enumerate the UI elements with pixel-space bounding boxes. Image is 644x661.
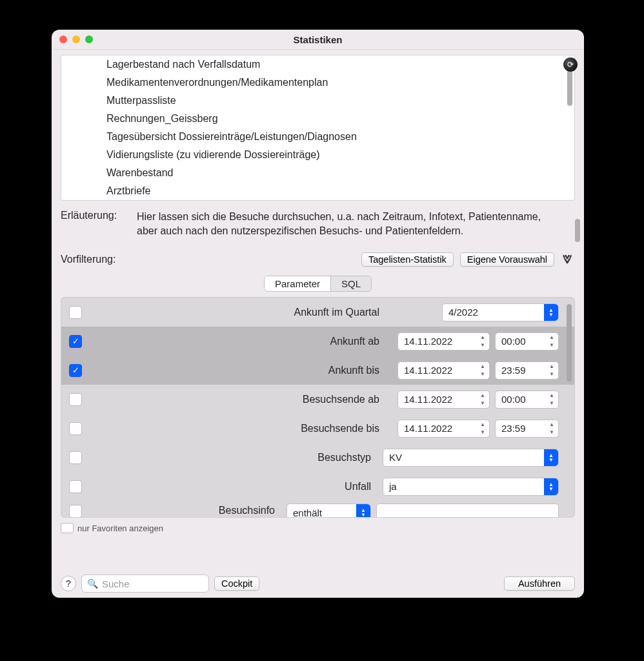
param-row: ✓ Ankunft ab 14.11.2022 ▲▼ 00:00 ▲▼ bbox=[61, 327, 574, 356]
accident-combo[interactable]: ja ▲▼ bbox=[383, 478, 559, 496]
parameter-panel: Ankunft im Quartal 4/2022 ▲▼ ✓ Ankunft a… bbox=[61, 297, 575, 518]
window-title: Statistiken bbox=[52, 34, 584, 45]
visit-type-combo[interactable]: KV ▲▼ bbox=[383, 449, 559, 467]
favorites-only-label: nur Favoriten anzeigen bbox=[77, 524, 163, 533]
list-item[interactable]: Tagesübersicht Dossiereinträge/Leistunge… bbox=[61, 128, 574, 146]
report-list-wrap: Lagerbestand nach Verfallsdatum Medikame… bbox=[61, 55, 575, 201]
visit-info-text[interactable] bbox=[376, 503, 559, 518]
param-checkbox[interactable]: ✓ bbox=[69, 364, 82, 377]
time-field[interactable]: 23:59 ▲▼ bbox=[495, 420, 559, 438]
stepper-icon[interactable]: ▲▼ bbox=[547, 334, 557, 349]
visit-info-mode-combo[interactable]: enthält ▲▼ bbox=[287, 503, 371, 518]
list-item[interactable]: Vidierungsliste (zu vidierende Dossierei… bbox=[61, 146, 574, 164]
list-item[interactable]: Medikamentenverordnungen/Medikamentenpla… bbox=[61, 74, 574, 92]
list-item[interactable]: Rechnungen_Geissberg bbox=[61, 110, 574, 128]
close-window-button[interactable] bbox=[59, 36, 67, 43]
param-checkbox[interactable]: ✓ bbox=[69, 335, 82, 348]
chevron-up-down-icon: ▲▼ bbox=[544, 449, 558, 466]
cockpit-button[interactable]: Cockpit bbox=[214, 576, 259, 591]
date-field[interactable]: 14.11.2022 ▲▼ bbox=[397, 361, 490, 380]
list-item-selected[interactable]: Besuch bbox=[61, 200, 574, 201]
prefilter-label: Vorfilterung: bbox=[61, 254, 116, 265]
param-label: Besuchstyp bbox=[90, 452, 375, 463]
list-item[interactable]: Warenbestand bbox=[61, 164, 574, 182]
time-field[interactable]: 00:00 ▲▼ bbox=[495, 332, 559, 351]
quarter-combo[interactable]: 4/2022 ▲▼ bbox=[442, 303, 559, 321]
list-item[interactable]: Mutterpassliste bbox=[61, 92, 574, 110]
description-label: Erläuterung: bbox=[61, 210, 125, 238]
param-checkbox[interactable] bbox=[69, 480, 82, 493]
own-preselection-button[interactable]: Eigene Vorauswahl bbox=[460, 252, 554, 267]
daylist-statistic-button[interactable]: Tagelisten-Statistik bbox=[361, 252, 454, 267]
stepper-icon[interactable]: ▲▼ bbox=[478, 334, 488, 349]
param-label: Ankunft im Quartal bbox=[90, 307, 383, 318]
chevron-up-down-icon: ▲▼ bbox=[544, 478, 558, 495]
tabs: Parameter SQL bbox=[61, 276, 575, 292]
prefilter-row: Vorfilterung: Tagelisten-Statistik Eigen… bbox=[61, 252, 575, 267]
time-field[interactable]: 23:59 ▲▼ bbox=[495, 361, 559, 380]
stepper-icon[interactable]: ▲▼ bbox=[547, 421, 557, 436]
param-row: Besuchstyp KV ▲▼ bbox=[61, 443, 574, 472]
param-row: Besuchsende bis 14.11.2022 ▲▼ 23:59 ▲▼ bbox=[61, 414, 574, 443]
stepper-icon[interactable]: ▲▼ bbox=[478, 421, 488, 436]
param-row: Besuchsinfo enthält ▲▼ bbox=[61, 501, 574, 518]
list-item[interactable]: Lagerbestand nach Verfallsdatum bbox=[61, 56, 574, 74]
scrollbar-thumb[interactable] bbox=[567, 70, 572, 106]
run-button[interactable]: Ausführen bbox=[504, 576, 575, 591]
time-field[interactable]: 00:00 ▲▼ bbox=[495, 391, 559, 409]
date-field[interactable]: 14.11.2022 ▲▼ bbox=[397, 420, 490, 438]
search-placeholder: Suche bbox=[102, 578, 130, 589]
list-item[interactable]: Arztbriefe bbox=[61, 182, 574, 200]
favorites-only-checkbox[interactable] bbox=[61, 523, 74, 533]
refresh-icon[interactable]: ⟳ bbox=[563, 57, 578, 72]
param-label: Besuchsende bis bbox=[90, 423, 383, 434]
param-checkbox[interactable] bbox=[69, 451, 82, 464]
description-text: Hier lassen sich die Besuche durchsuchen… bbox=[137, 210, 575, 238]
param-checkbox[interactable] bbox=[69, 505, 82, 518]
chevron-up-down-icon: ▲▼ bbox=[544, 304, 558, 321]
zoom-window-button[interactable] bbox=[85, 36, 93, 43]
report-list[interactable]: Lagerbestand nach Verfallsdatum Medikame… bbox=[61, 55, 575, 201]
window-controls bbox=[59, 36, 93, 43]
scrollbar-thumb[interactable] bbox=[575, 219, 580, 242]
content: Lagerbestand nach Verfallsdatum Medikame… bbox=[52, 50, 584, 598]
minimize-window-button[interactable] bbox=[72, 36, 80, 43]
param-label: Unfall bbox=[90, 481, 375, 493]
param-label: Ankunft bis bbox=[90, 365, 383, 376]
search-input[interactable]: 🔍 Suche bbox=[81, 575, 209, 593]
tab-sql[interactable]: SQL bbox=[331, 276, 371, 291]
stepper-icon[interactable]: ▲▼ bbox=[547, 363, 557, 378]
param-row: Unfall ja ▲▼ bbox=[61, 472, 574, 501]
param-label: Besuchsinfo bbox=[90, 503, 279, 516]
date-field[interactable]: 14.11.2022 ▲▼ bbox=[397, 332, 490, 351]
footer: ? 🔍 Suche Cockpit Ausführen bbox=[61, 571, 575, 593]
description-row: Erläuterung: Hier lassen sich die Besuch… bbox=[61, 210, 575, 238]
stepper-icon[interactable]: ▲▼ bbox=[478, 392, 488, 407]
tab-parameter[interactable]: Parameter bbox=[265, 276, 331, 291]
help-button[interactable]: ? bbox=[61, 576, 76, 591]
filter-icon[interactable]: ⩔ bbox=[561, 252, 575, 267]
param-checkbox[interactable] bbox=[69, 306, 82, 319]
window: Statistiken Lagerbestand nach Verfallsda… bbox=[52, 30, 584, 598]
favorites-only-row: nur Favoriten anzeigen bbox=[61, 523, 575, 533]
chevron-up-down-icon: ▲▼ bbox=[356, 504, 370, 518]
titlebar: Statistiken bbox=[52, 30, 584, 50]
segment-control: Parameter SQL bbox=[264, 276, 372, 292]
param-row: Besuchsende ab 14.11.2022 ▲▼ 00:00 ▲▼ bbox=[61, 385, 574, 414]
scrollbar-thumb[interactable] bbox=[567, 304, 572, 381]
date-field[interactable]: 14.11.2022 ▲▼ bbox=[397, 391, 490, 409]
param-row: Ankunft im Quartal 4/2022 ▲▼ bbox=[61, 298, 574, 327]
param-label: Besuchsende ab bbox=[90, 394, 383, 405]
param-checkbox[interactable] bbox=[69, 422, 82, 435]
search-icon: 🔍 bbox=[87, 578, 98, 589]
param-label: Ankunft ab bbox=[90, 336, 383, 347]
param-checkbox[interactable] bbox=[69, 393, 82, 406]
param-row: ✓ Ankunft bis 14.11.2022 ▲▼ 23:59 ▲▼ bbox=[61, 356, 574, 385]
stepper-icon[interactable]: ▲▼ bbox=[547, 392, 557, 407]
stepper-icon[interactable]: ▲▼ bbox=[478, 363, 488, 378]
